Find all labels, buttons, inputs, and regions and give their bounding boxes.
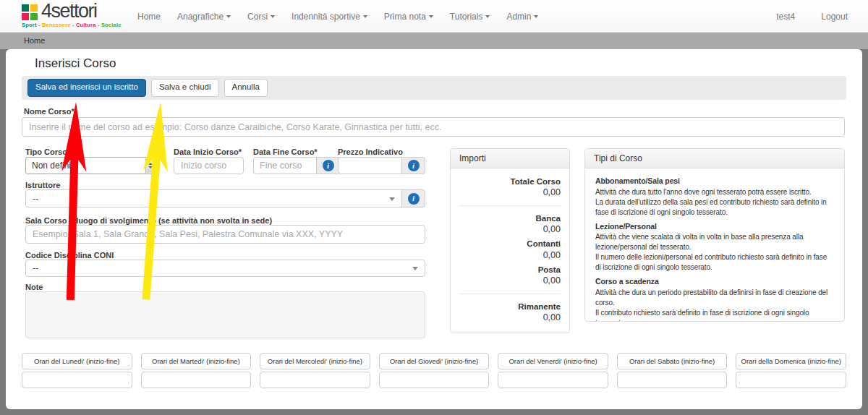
tipi-line: Attività che dura tutto l'anno dove ogni… (595, 187, 834, 197)
prezzo-info-button[interactable]: i (402, 157, 425, 174)
dropdown-arrow-icon (389, 197, 395, 201)
breadcrumb: Home (0, 33, 868, 49)
caret-down-icon (485, 15, 490, 18)
logo-square-green (30, 13, 38, 20)
breadcrumb-home-link[interactable]: Home (24, 33, 45, 49)
divider (459, 205, 561, 206)
tagline-sport: Sport (22, 22, 37, 28)
orari-martedi-input[interactable] (141, 372, 252, 388)
orari-column-giovedi: Orari del Giovedi' (inizio-fine) (379, 353, 490, 388)
tagline-sep: - (38, 22, 41, 28)
orari-giovedi-input[interactable] (379, 372, 490, 388)
tipi-di-corso-panel: Tipi di Corso Abbonamento/Sala pesi Atti… (584, 148, 845, 322)
prezzo-indicativo-input[interactable] (338, 157, 402, 174)
page-title: Inserisci Corso (35, 56, 116, 71)
codice-coni-select[interactable]: -- (25, 260, 425, 277)
importi-row-value: 0,00 (459, 223, 561, 235)
codice-coni-value: -- (33, 263, 38, 273)
brand-logo[interactable]: 4settori Sport - Benessere - Cultura - S… (22, 2, 130, 31)
importi-row-label: Rimanente (459, 301, 561, 312)
tagline-sep: - (72, 22, 75, 28)
data-fine-group: i (253, 157, 340, 174)
importi-panel-header: Importi (451, 149, 569, 168)
nav-item-corsi[interactable]: Corsi (247, 12, 275, 22)
tipo-corso-label: Tipo Corso* (25, 147, 70, 156)
select-stepper-icon (145, 158, 155, 173)
orari-lunedi-input[interactable] (22, 372, 132, 388)
tipi-heading: Corso a scadenza (595, 276, 834, 287)
nav-item-prima-nota-label: Prima nota (384, 12, 426, 22)
nav-item-admin-label: Admin (506, 12, 531, 22)
cancel-button[interactable]: Annulla (224, 79, 268, 97)
tagline-sep: - (98, 22, 100, 28)
save-and-close-button[interactable]: Salva e chiudi (151, 79, 219, 97)
nav-logout[interactable]: Logout (821, 12, 848, 22)
info-icon: i (408, 160, 420, 171)
logo-square-red (22, 13, 29, 20)
importi-row-value: 0,00 (459, 187, 561, 198)
data-fine-input[interactable] (253, 157, 317, 174)
orari-day-header: Orari del Martedi' (inizio-fine) (141, 353, 252, 369)
tipo-corso-value: Non definito (32, 161, 78, 171)
nav-item-corsi-label: Corsi (247, 12, 268, 22)
nav-item-home[interactable]: Home (137, 12, 161, 22)
orari-venerdi-input[interactable] (498, 372, 608, 388)
orari-day-header: Orari del Mercoledi' (inizio-fine) (260, 353, 370, 369)
nav-item-tutorials[interactable]: Tutorials (450, 12, 490, 22)
data-inizio-label: Data Inizio Corso* (174, 147, 242, 156)
importi-row-value: 0,00 (459, 275, 561, 286)
caret-down-icon (429, 15, 433, 18)
data-fine-label: Data Fine Corso* (253, 147, 318, 156)
istruttore-value: -- (33, 194, 38, 204)
orari-day-header: Orari del Giovedi' (inizio-fine) (379, 353, 490, 369)
orari-column-martedi: Orari del Martedi' (inizio-fine) (141, 353, 252, 388)
importi-row-label: Contanti (459, 239, 561, 249)
tagline-cultura: Cultura (76, 22, 96, 28)
prezzo-group: i (338, 157, 425, 174)
tipi-line: La durata dell'utilizzo della sala pesi … (595, 197, 834, 218)
importi-panel-body: Totale Corso 0,00 Banca 0,00 Contanti 0,… (451, 168, 569, 333)
nav-item-indennita-sportive[interactable]: Indennità sportive (292, 12, 367, 22)
nav-item-anagrafiche-label: Anagrafiche (177, 12, 224, 22)
nav-item-anagrafiche[interactable]: Anagrafiche (177, 12, 231, 22)
orari-domenica-input[interactable] (736, 372, 846, 388)
orari-mercoledi-input[interactable] (260, 372, 370, 388)
data-fine-info-button[interactable]: i (317, 157, 340, 174)
istruttore-select[interactable]: -- (25, 189, 402, 208)
dropdown-arrow-icon (412, 267, 418, 270)
caret-down-icon (534, 15, 538, 18)
divider (459, 294, 561, 294)
tipi-line: Attività che viene scalata di volta in v… (595, 232, 834, 252)
nav-user[interactable]: test4 (776, 12, 795, 22)
tipi-line: Attività che dura un periodo prestabilit… (595, 288, 834, 308)
orari-day-header: Orari del Sabato (inizio-fine) (617, 353, 728, 369)
orari-column-domenica: Orari della Domenica (inizio-fine) (736, 353, 846, 388)
orari-sabato-input[interactable] (617, 372, 728, 388)
note-textarea[interactable] (25, 291, 425, 338)
save-and-insert-button[interactable]: Salva ed inserisci un iscritto (27, 79, 146, 97)
tipi-heading: Lezione/Personal (595, 221, 834, 232)
data-inizio-input[interactable] (174, 157, 244, 174)
content-card: Inserisci Corso Salva ed inserisci un is… (6, 49, 862, 409)
brand-tagline: Sport - Benessere - Cultura - Sociale (22, 22, 122, 28)
sala-corso-input[interactable] (25, 225, 425, 244)
info-icon: i (323, 160, 334, 171)
orari-day-header: Orari del Lunedi' (inizio-fine) (22, 353, 132, 369)
caret-down-icon (271, 15, 275, 18)
tipi-line: Il numero delle lezioni/personal ed cont… (595, 252, 834, 273)
importi-panel: Importi Totale Corso 0,00 Banca 0,00 Con… (450, 148, 570, 333)
orari-grid: Orari del Lunedi' (inizio-fine) Orari de… (22, 353, 846, 388)
codice-coni-label: Codice Disciplina CONI (25, 251, 114, 260)
nome-corso-input[interactable] (22, 117, 845, 137)
top-navbar: 4settori Sport - Benessere - Cultura - S… (0, 0, 868, 33)
orari-column-venerdi: Orari del Venerdi' (inizio-fine) (498, 353, 608, 388)
tipo-corso-select[interactable]: Non definito (25, 157, 156, 174)
nav-item-prima-nota[interactable]: Prima nota (384, 12, 433, 22)
tipi-panel-body: Abbonamento/Sala pesi Attività che dura … (585, 168, 844, 322)
istruttore-info-button[interactable]: i (402, 189, 425, 208)
orari-day-header: Orari della Domenica (inizio-fine) (736, 353, 846, 369)
nome-corso-label: Nome Corso* (24, 107, 75, 116)
nav-item-admin[interactable]: Admin (506, 12, 538, 22)
note-label: Note (25, 283, 43, 291)
nav-item-tutorials-label: Tutorials (450, 12, 483, 22)
